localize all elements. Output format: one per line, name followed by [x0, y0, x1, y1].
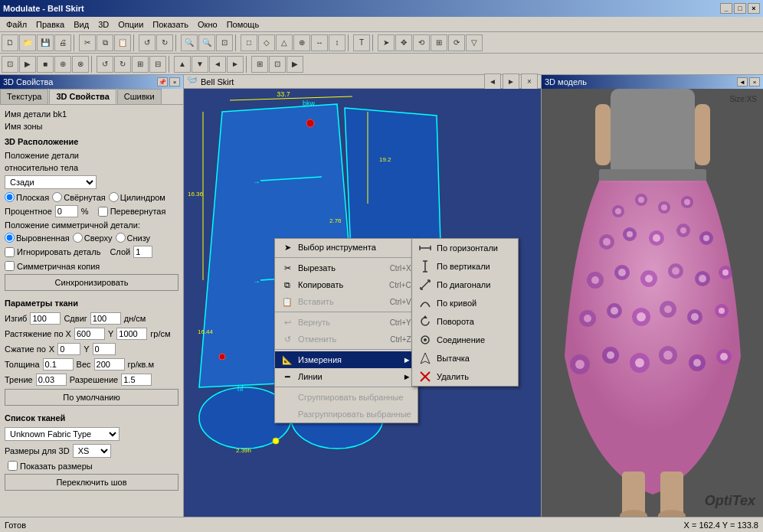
size-dropdown[interactable]: XS: [73, 444, 111, 458]
flat-radio[interactable]: [5, 192, 15, 202]
menu-window[interactable]: Окно: [193, 18, 222, 31]
stretch-x-input[interactable]: [74, 328, 105, 340]
tool-8[interactable]: ✥: [395, 34, 412, 51]
ignore-checkbox-label[interactable]: Игнорировать деталь: [5, 247, 100, 257]
ctx-lines[interactable]: ━ Линии ►: [275, 368, 418, 385]
tb2-11[interactable]: ▼: [192, 56, 208, 73]
cylinder-radio-label[interactable]: Цилиндром: [109, 192, 165, 202]
aligned-radio-label[interactable]: Выровненная: [5, 233, 70, 243]
aligned-radio[interactable]: [5, 233, 15, 243]
center-close-button[interactable]: ×: [521, 73, 538, 90]
tb2-3[interactable]: ■: [37, 56, 54, 73]
tool-4[interactable]: ⊕: [293, 34, 310, 51]
zoom-fit-button[interactable]: ⊡: [216, 34, 233, 51]
save-button[interactable]: 💾: [37, 34, 54, 51]
print-button[interactable]: 🖨: [54, 34, 71, 51]
resolution-input[interactable]: [121, 374, 152, 386]
zoom-out-button[interactable]: 🔍: [198, 34, 215, 51]
top-radio[interactable]: [73, 233, 83, 243]
tb2-16[interactable]: ▶: [287, 56, 303, 73]
inverted-checkbox-label[interactable]: Перевернутая: [98, 207, 166, 217]
tb2-8[interactable]: ⊞: [132, 56, 149, 73]
bottom-radio-label[interactable]: Снизу: [116, 233, 151, 243]
redo-button[interactable]: ↻: [156, 34, 173, 51]
tb2-6[interactable]: ↺: [97, 56, 113, 73]
tb2-13[interactable]: ►: [227, 56, 244, 73]
new-button[interactable]: 🗋: [2, 34, 18, 51]
tb2-15[interactable]: ⊡: [269, 56, 286, 73]
tab-seams[interactable]: Сшивки: [117, 89, 162, 104]
rolled-radio-label[interactable]: Свёрнутая: [52, 192, 106, 202]
compress-y-input[interactable]: [93, 343, 116, 355]
ctx-select-tool[interactable]: ➤ Выбор инструмента: [275, 239, 418, 256]
menu-show[interactable]: Показать: [148, 18, 193, 31]
sub-curve[interactable]: По кривой: [412, 294, 518, 312]
stretch-y-input[interactable]: [116, 328, 147, 340]
tb2-2[interactable]: ▶: [19, 56, 36, 73]
inverted-checkbox[interactable]: [98, 207, 108, 217]
tb2-10[interactable]: ▲: [174, 56, 191, 73]
ctx-measurements[interactable]: 📐 Измерения ►: [275, 351, 418, 368]
tool-7[interactable]: T: [353, 34, 370, 51]
friction-input[interactable]: [36, 374, 67, 386]
sub-rotation[interactable]: Поворота: [412, 312, 518, 331]
ignore-checkbox[interactable]: [5, 247, 15, 257]
tb2-7[interactable]: ↻: [114, 56, 131, 73]
cut-button[interactable]: ✂: [79, 34, 96, 51]
tool-9[interactable]: ⟲: [413, 34, 430, 51]
bottom-radio[interactable]: [116, 233, 126, 243]
paste-button[interactable]: 📋: [114, 34, 131, 51]
switch-seam-button[interactable]: Переключить шов: [5, 474, 178, 491]
tool-1[interactable]: □: [241, 34, 257, 51]
close-button[interactable]: ×: [748, 3, 760, 14]
sub-dart[interactable]: Вытачка: [412, 349, 518, 367]
default-button[interactable]: По умолчанию: [5, 389, 178, 406]
menu-file[interactable]: Файл: [2, 18, 31, 31]
tb2-12[interactable]: ◄: [209, 56, 226, 73]
tool-12[interactable]: ▽: [466, 34, 483, 51]
center-next-button[interactable]: ►: [503, 73, 519, 90]
center-prev-button[interactable]: ◄: [484, 73, 501, 90]
rolled-radio[interactable]: [52, 192, 62, 202]
undo-button[interactable]: ↺: [139, 34, 156, 51]
copy-button[interactable]: ⧉: [97, 34, 113, 51]
sub-connection[interactable]: Соединение: [412, 331, 518, 349]
menu-options[interactable]: Опции: [113, 18, 148, 31]
tool-10[interactable]: ⊞: [431, 34, 447, 51]
top-radio-label[interactable]: Сверху: [73, 233, 113, 243]
menu-edit[interactable]: Правка: [31, 18, 69, 31]
menu-help[interactable]: Помощь: [222, 18, 264, 31]
thickness-input[interactable]: [43, 358, 74, 370]
bend-input[interactable]: [30, 312, 61, 325]
percent-input[interactable]: [55, 205, 78, 217]
ctx-copy[interactable]: ⧉ Копировать Ctrl+C: [275, 276, 418, 293]
tool-6[interactable]: ↕: [329, 34, 345, 51]
minimize-button[interactable]: _: [720, 3, 732, 14]
sub-horizontal[interactable]: По горизонтали: [412, 239, 518, 257]
sub-delete[interactable]: Удалить: [412, 367, 518, 386]
menu-3d[interactable]: 3D: [93, 18, 113, 31]
maximize-button[interactable]: □: [734, 3, 746, 14]
placement-dropdown[interactable]: Сзади: [5, 175, 97, 189]
compress-x-input[interactable]: [57, 343, 80, 355]
fabric-dropdown[interactable]: Unknown Fabric Type: [5, 427, 120, 441]
sync-button[interactable]: Синхронизировать: [5, 274, 178, 291]
tool-3[interactable]: △: [276, 34, 293, 51]
sub-vertical[interactable]: По вертикали: [412, 257, 518, 276]
panel-pin-button[interactable]: 📌: [157, 77, 168, 86]
tb2-14[interactable]: ⊞: [251, 56, 268, 73]
show-sizes-checkbox[interactable]: [8, 461, 18, 471]
zoom-in-button[interactable]: 🔍: [181, 34, 198, 51]
flat-radio-label[interactable]: Плоская: [5, 192, 49, 202]
sub-diagonal[interactable]: По диагонали: [412, 276, 518, 294]
sym-copy-checkbox[interactable]: [5, 261, 15, 271]
tool-2[interactable]: ◇: [258, 34, 275, 51]
ctx-cut[interactable]: ✂ Вырезать Ctrl+X: [275, 259, 418, 276]
sym-copy-label[interactable]: Симметричная копия: [5, 261, 100, 271]
cylinder-radio[interactable]: [109, 192, 119, 202]
menu-view[interactable]: Вид: [69, 18, 93, 31]
tb2-4[interactable]: ⊕: [54, 56, 71, 73]
open-button[interactable]: 📁: [19, 34, 36, 51]
tb2-5[interactable]: ⊗: [72, 56, 89, 73]
tool-11[interactable]: ⟳: [448, 34, 465, 51]
